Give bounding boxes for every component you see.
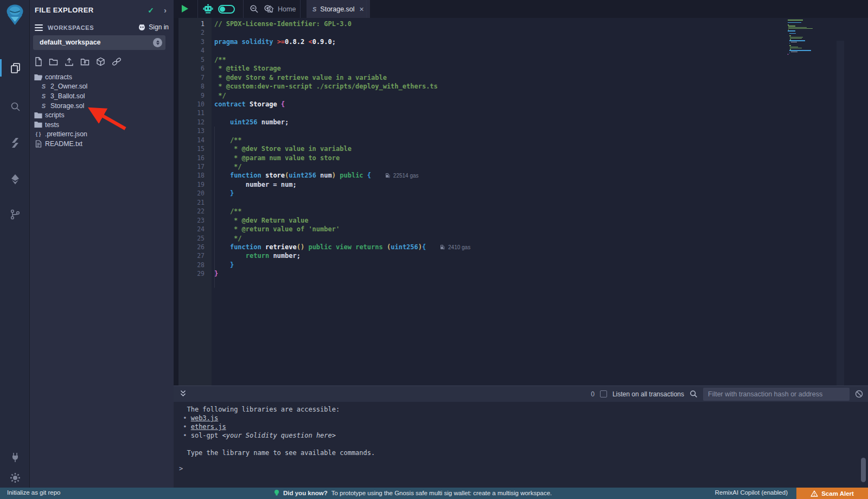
close-tab-icon[interactable]: × bbox=[360, 5, 364, 14]
transaction-count: 0 bbox=[591, 390, 595, 398]
file-tree-item-tests[interactable]: tests bbox=[30, 120, 174, 130]
terminal-link[interactable]: web3.js bbox=[191, 414, 219, 422]
upload-folder-button[interactable] bbox=[80, 57, 90, 66]
terminal-line: • sol-gpt <your Solidity question here> bbox=[179, 431, 375, 440]
file-tree-item--prettierrc-json[interactable]: { }.prettierrc.json bbox=[30, 130, 174, 140]
deploy-run-icon bbox=[10, 174, 21, 185]
code-line[interactable]: pragma solidity >=0.8.2 <0.9.0; bbox=[214, 37, 787, 46]
code-editor[interactable]: 1234567891011121314151617181920212223242… bbox=[174, 18, 868, 386]
tab-home-label: Home bbox=[278, 5, 296, 13]
warning-icon bbox=[810, 490, 818, 497]
code-line[interactable]: contract Storage { bbox=[214, 100, 787, 109]
code-line[interactable]: * @dev Return value bbox=[214, 216, 787, 225]
init-git-repo-button[interactable]: Initialize as git repo bbox=[7, 489, 60, 496]
terminal[interactable]: The following libraries are accessible: … bbox=[174, 402, 868, 488]
code-line[interactable] bbox=[214, 28, 787, 37]
new-folder-button[interactable] bbox=[49, 57, 58, 66]
code-line[interactable]: /** bbox=[214, 207, 787, 216]
link-icon[interactable] bbox=[112, 57, 122, 66]
sidebar-item-git[interactable] bbox=[0, 205, 30, 224]
file-tree-item-storage-sol[interactable]: SStorage.sol bbox=[30, 101, 174, 111]
code-line[interactable] bbox=[214, 198, 787, 207]
terminal-scrollbar-thumb[interactable] bbox=[861, 458, 866, 482]
code-line[interactable]: */ bbox=[214, 91, 787, 100]
file-tree-item-readme-txt[interactable]: README.txt bbox=[30, 139, 174, 149]
sign-in-label: Sign in bbox=[149, 23, 169, 31]
sidebar-item-settings[interactable] bbox=[0, 468, 30, 488]
search-icon bbox=[690, 390, 698, 398]
sign-in-button[interactable]: Sign in bbox=[138, 23, 169, 31]
code-line[interactable] bbox=[214, 46, 787, 55]
code-line[interactable]: uint256 number; bbox=[214, 118, 787, 127]
upload-file-button[interactable] bbox=[65, 57, 74, 66]
zoom-out-button[interactable] bbox=[250, 4, 259, 16]
code-line[interactable]: * @title Storage bbox=[214, 64, 787, 73]
new-file-button[interactable] bbox=[34, 57, 42, 66]
line-number: 12 bbox=[174, 118, 205, 127]
listen-checkbox[interactable] bbox=[600, 390, 607, 397]
code-line[interactable]: * @dev Store & retrieve value in a varia… bbox=[214, 73, 787, 82]
terminal-line: Type the library name to see available c… bbox=[179, 449, 375, 457]
dropdown-toggle-icon[interactable] bbox=[153, 38, 162, 47]
line-number: 14 bbox=[174, 136, 205, 144]
file-name: Storage.sol bbox=[50, 102, 84, 110]
code-area[interactable]: // SPDX-License-Identifier: GPL-3.0pragm… bbox=[214, 20, 787, 279]
editor-scrollbar[interactable] bbox=[837, 41, 844, 386]
workspaces-row: WORKSPACES Sign in bbox=[30, 23, 174, 34]
line-number: 21 bbox=[174, 198, 205, 207]
workspaces-label: WORKSPACES bbox=[48, 24, 94, 31]
clear-console-icon[interactable] bbox=[855, 390, 863, 398]
code-line[interactable]: } bbox=[214, 261, 787, 269]
workspace-dropdown[interactable]: default_workspace bbox=[33, 35, 165, 50]
code-line[interactable]: /** bbox=[214, 136, 787, 144]
tab-home[interactable]: Home bbox=[260, 0, 302, 18]
code-line[interactable]: * @return value of 'number' bbox=[214, 225, 787, 233]
copilot-toggle[interactable] bbox=[218, 5, 235, 14]
tab-storage-sol[interactable]: S Storage.sol × bbox=[307, 0, 370, 18]
code-line[interactable]: */ bbox=[214, 234, 787, 243]
code-line[interactable]: * @param num value to store bbox=[214, 154, 787, 162]
ai-copilot-robot-icon[interactable] bbox=[202, 4, 214, 16]
line-number: 27 bbox=[174, 251, 205, 260]
editor-minimap[interactable] bbox=[788, 20, 838, 55]
file-explorer-icon bbox=[9, 62, 21, 74]
hamburger-menu-icon[interactable] bbox=[35, 24, 43, 33]
file-tree-item-contracts[interactable]: contracts bbox=[30, 72, 174, 82]
code-line[interactable]: function retrieve() public view returns … bbox=[214, 243, 787, 251]
remix-logo[interactable] bbox=[4, 3, 26, 27]
terminal-collapse-button[interactable] bbox=[180, 389, 187, 399]
code-line[interactable]: } bbox=[214, 269, 787, 278]
remix-logo-icon bbox=[4, 3, 26, 27]
code-line[interactable]: } bbox=[214, 189, 787, 198]
expand-chevron-icon[interactable]: › bbox=[164, 5, 167, 15]
cube-icon[interactable] bbox=[96, 57, 105, 66]
line-number: 7 bbox=[174, 73, 205, 82]
scam-alert-badge[interactable]: Scam Alert bbox=[796, 488, 868, 499]
filter-input[interactable] bbox=[703, 388, 850, 401]
solidity-icon: S bbox=[40, 83, 48, 90]
sidebar-item-plugin-manager[interactable] bbox=[0, 447, 30, 467]
sidebar-item-deploy-and-run[interactable] bbox=[0, 169, 30, 189]
line-number: 15 bbox=[174, 144, 205, 153]
code-line[interactable]: * @dev Store value in variable bbox=[214, 144, 787, 153]
code-line[interactable]: /** bbox=[214, 55, 787, 64]
sidebar-item-file-explorer[interactable] bbox=[0, 58, 30, 78]
file-tree-item-2-owner-sol[interactable]: S2_Owner.sol bbox=[30, 82, 174, 92]
run-script-button[interactable] bbox=[182, 5, 188, 12]
terminal-prompt[interactable]: > bbox=[179, 465, 183, 472]
code-line[interactable] bbox=[214, 109, 787, 117]
file-tree-item-scripts[interactable]: scripts bbox=[30, 110, 174, 120]
code-line[interactable]: * @custom:dev-run-script ./scripts/deplo… bbox=[214, 82, 787, 91]
code-line[interactable]: function store(uint256 num) public { 225… bbox=[214, 171, 787, 180]
code-line[interactable]: */ bbox=[214, 162, 787, 171]
sidebar-item-solidity-compiler[interactable] bbox=[0, 133, 30, 153]
terminal-link[interactable]: ethers.js bbox=[191, 423, 226, 431]
code-line[interactable]: // SPDX-License-Identifier: GPL-3.0 bbox=[214, 20, 787, 28]
file-tree-item-3-ballot-sol[interactable]: S3_Ballot.sol bbox=[30, 91, 174, 101]
code-line[interactable] bbox=[214, 127, 787, 135]
code-line[interactable]: return number; bbox=[214, 251, 787, 260]
did-you-know-tip: Did you know? To prototype using the Gno… bbox=[274, 489, 552, 497]
code-line[interactable]: number = num; bbox=[214, 180, 787, 189]
sidebar-item-search[interactable] bbox=[0, 97, 30, 116]
folder-icon bbox=[34, 121, 42, 128]
